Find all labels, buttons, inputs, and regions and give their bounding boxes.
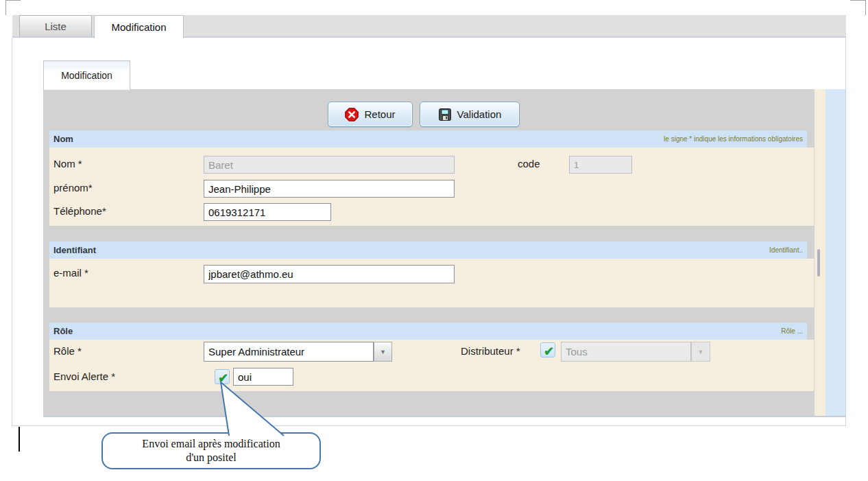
role-note: Rôle ...: [781, 327, 803, 335]
envoi-alerte-input[interactable]: [233, 368, 293, 386]
tab-modification-label: Modification: [111, 21, 166, 33]
section-title-role: Rôle: [53, 326, 73, 336]
email-label: e-mail *: [53, 267, 88, 279]
role-label: Rôle *: [53, 345, 82, 357]
callout-line1: Envoi email après modification: [142, 437, 280, 451]
prenom-input[interactable]: [204, 180, 455, 198]
role-select[interactable]: Super Administrateur: [204, 342, 374, 362]
section-header-nom: Nom le signe * indique les informations …: [49, 130, 807, 148]
section-header-identifiant: Identifiant Identifiant..: [49, 242, 807, 259]
subtab-modification[interactable]: Modification: [43, 60, 130, 90]
section-title-identifiant: Identifiant: [53, 245, 96, 255]
retour-button[interactable]: Retour: [328, 102, 413, 127]
code-label: code: [518, 158, 540, 169]
distributeur-checkbox[interactable]: ✔: [540, 342, 555, 357]
corner-mark-top-right-h: [850, 0, 866, 1]
distributeur-label: Distributeur *: [461, 345, 520, 357]
check-icon: ✔: [544, 345, 554, 357]
app-window: Liste Modification Modification Retour V…: [0, 0, 868, 481]
distributeur-select-arrow-icon: ▼: [691, 342, 710, 362]
identifiant-note: Identifiant..: [769, 246, 803, 254]
annotation-callout: Envoi email après modification d'un posi…: [101, 432, 321, 469]
corner-mark-top-right-v: [865, 0, 866, 15]
nom-input[interactable]: [204, 156, 455, 174]
subtab-modification-label: Modification: [61, 70, 112, 81]
envoi-alerte-label: Envoi Alerte *: [53, 371, 115, 382]
check-icon: ✔: [218, 372, 228, 384]
save-floppy-icon: [438, 108, 452, 121]
callout-line2: d'un positel: [186, 451, 237, 465]
section-header-role: Rôle Rôle ...: [49, 322, 807, 340]
retour-stop-icon: [345, 108, 359, 121]
tab-liste-label: Liste: [45, 21, 67, 32]
right-margin-strip: [825, 89, 845, 416]
scrollbar-thumb[interactable]: [817, 249, 820, 277]
role-select-value: Super Administrateur: [208, 346, 304, 357]
validation-button-label: Validation: [457, 108, 502, 120]
telephone-input[interactable]: [204, 203, 331, 221]
prenom-label: prénom*: [53, 182, 93, 193]
code-input[interactable]: [569, 156, 632, 174]
distributeur-select-value: Tous: [566, 346, 588, 357]
mandatory-note: le signe * indique les informations obli…: [664, 135, 803, 143]
telephone-label: Téléphone*: [53, 205, 106, 217]
section-title-nom: Nom: [53, 134, 73, 144]
corner-mark-top-left-h: [5, 0, 21, 1]
nom-label: Nom *: [53, 158, 82, 169]
validation-button[interactable]: Validation: [420, 102, 520, 127]
distributeur-select[interactable]: Tous: [561, 342, 691, 362]
text-cursor: [19, 427, 20, 451]
retour-button-label: Retour: [364, 108, 395, 120]
vertical-scrollbar[interactable]: [815, 89, 825, 416]
role-select-arrow-icon[interactable]: ▼: [374, 342, 392, 362]
tab-liste[interactable]: Liste: [19, 15, 92, 36]
envoi-alerte-checkbox[interactable]: ✔: [215, 369, 230, 384]
email-input[interactable]: [204, 265, 455, 283]
tab-modification[interactable]: Modification: [94, 15, 184, 38]
panel-bottom-border: [43, 416, 845, 417]
corner-mark-top-left-v: [5, 0, 6, 15]
